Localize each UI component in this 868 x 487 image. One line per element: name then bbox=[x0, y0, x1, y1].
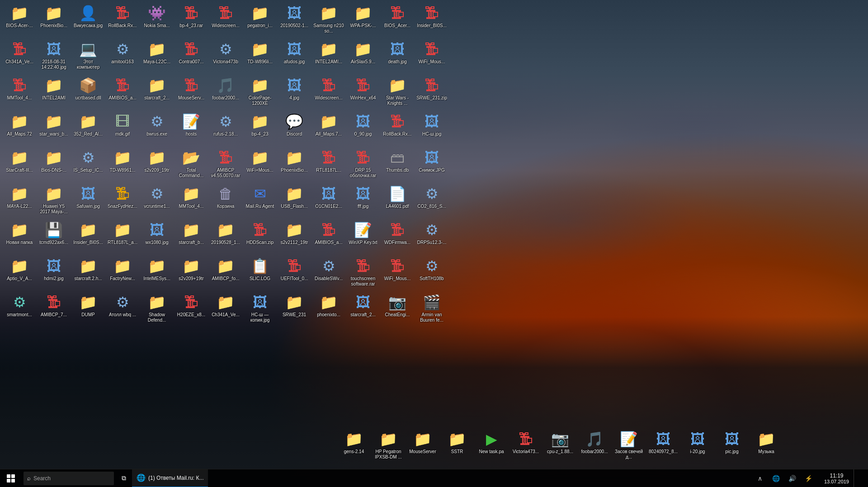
desktop-icon-amibios_a2[interactable]: 🗜AMIBIOS_a... bbox=[311, 219, 346, 255]
desktop-icon-atoll_wbq[interactable]: ⚙Атолл wbq ... bbox=[105, 291, 140, 328]
desktop-icon-all_maps_7[interactable]: 📁All_Maps.7... bbox=[311, 111, 346, 147]
taskbar-search[interactable]: ⌕ Search bbox=[24, 472, 114, 485]
desktop-icon-bwrus_exe[interactable]: ⚙bwrus.exe bbox=[140, 111, 174, 147]
desktop-icon-afudos[interactable]: 🖼afudos.jpg bbox=[277, 38, 311, 75]
desktop-icon-mdk_gif[interactable]: 🎞mdk.gif bbox=[105, 111, 140, 147]
desktop-icon-i20_jpg[interactable]: 🖼i-20.jpg bbox=[680, 428, 715, 464]
desktop-icon-mouseserv[interactable]: 🗜MouseServ... bbox=[174, 75, 208, 111]
desktop-icon-intel2ami[interactable]: 📁INTEL2AMI bbox=[37, 75, 71, 111]
desktop-icon-20190528_1[interactable]: 📁20190528_1... bbox=[208, 219, 243, 255]
desktop-icon-widescreen[interactable]: 🗜Widescreen... bbox=[208, 2, 243, 38]
desktop-icon-tcmd922[interactable]: 💾tcmd922ax6... bbox=[37, 219, 71, 255]
desktop-icon-wifi_mous2[interactable]: 🗜WiFi_Mous... bbox=[380, 255, 415, 291]
desktop-icon-thumbs_db[interactable]: 🗃Thumbs.db bbox=[380, 147, 415, 183]
desktop-icon-uefitool_0[interactable]: 🗜UEFITool_0... bbox=[277, 255, 311, 291]
desktop-icon-insider_bios2[interactable]: 🗜Insider_BI0S... bbox=[415, 2, 449, 38]
taskbar-clock[interactable]: 11:19 13.07.2019 bbox=[820, 469, 854, 487]
desktop-icon-pic_jpg[interactable]: 🖼pic.jpg bbox=[715, 428, 749, 464]
desktop-icon-korzina[interactable]: 🗑Корзина bbox=[208, 183, 243, 219]
desktop-icon-new_task_pa[interactable]: ▶New task.pa bbox=[474, 428, 509, 464]
desktop-icon-amibios_a[interactable]: 🗜AMIBIOS_a... bbox=[105, 75, 140, 111]
desktop-icon-fff_jpg[interactable]: 🖼fff.jpg bbox=[346, 183, 380, 219]
desktop-icon-ch341a_ve2[interactable]: 📁Ch341A_Ve... bbox=[208, 291, 243, 328]
desktop-icon-wifi_mous3[interactable]: 🗜WiFi_Mous... bbox=[415, 38, 449, 75]
desktop-icon-mmtool_4[interactable]: 🗜MMTool_4... bbox=[2, 75, 37, 111]
desktop-icon-gens_2_14[interactable]: 📁gens-2.14 bbox=[337, 428, 371, 464]
desktop-icon-wx1080[interactable]: 🖼wx1080.jpg bbox=[140, 219, 174, 255]
desktop-icon-bp4_23[interactable]: 📁bp-4_23 bbox=[243, 111, 277, 147]
desktop-icon-hddscan[interactable]: 🗜HDDScan.zip bbox=[243, 219, 277, 255]
desktop-icon-zasov_svechei[interactable]: 📝Засов свечей д... bbox=[612, 428, 646, 464]
desktop-icon-srwe_231_zip[interactable]: 🗜SRWE_231.zip bbox=[415, 75, 449, 111]
desktop-icon-dump[interactable]: 📁DUMP bbox=[71, 291, 105, 328]
desktop-icon-vikyesaka[interactable]: 👤Викуесака.jpg bbox=[71, 2, 105, 38]
desktop-icon-airslax59[interactable]: 📁AirSlax5.9... bbox=[346, 38, 380, 75]
desktop-icon-sstr[interactable]: 📁SSTR bbox=[440, 428, 474, 464]
desktop-icon-victona473b[interactable]: ⚙Victona473b bbox=[208, 38, 243, 75]
desktop-icon-mail_ru[interactable]: ✉Mail.Ru Agent bbox=[243, 183, 277, 219]
desktop-icon-snazfyd[interactable]: 🗜5nazFydHez... bbox=[105, 183, 140, 219]
desktop-icon-0_90_jpg[interactable]: 🖼0_90.jpg bbox=[346, 111, 380, 147]
desktop-icon-rollback_rx2[interactable]: 🗜RollBack.Rx... bbox=[380, 111, 415, 147]
desktop-icon-s2v209_19tr[interactable]: 📁s2v209_19tr bbox=[140, 147, 174, 183]
desktop-icon-starcraft_b[interactable]: 📁starcraft_b... bbox=[174, 219, 208, 255]
desktop-icon-352_red_al[interactable]: 📁352_Red_Al... bbox=[71, 111, 105, 147]
desktop-icon-wpa_psk[interactable]: 📁WPA-PSK-... bbox=[346, 2, 380, 38]
desktop-icon-phoenix_bio2[interactable]: 📁PhoenixBio... bbox=[277, 147, 311, 183]
desktop-icon-maya_l22[interactable]: 📁MAYA-L22... bbox=[2, 183, 37, 219]
desktop-icon-star_wars_knights[interactable]: 📁Star Wars - Knights ... bbox=[380, 75, 415, 111]
desktop-icon-smartmont[interactable]: ⚙smartmont... bbox=[2, 291, 37, 328]
desktop-icon-softth108b[interactable]: ⚙SoftTH108b bbox=[415, 255, 449, 291]
desktop-icon-cpu_z_188[interactable]: 📷cpu-z_1.88... bbox=[543, 428, 577, 464]
desktop-icon-h20eze_x8[interactable]: 🗜H20EZE_x8... bbox=[174, 291, 208, 328]
task-view-button[interactable]: ⧉ bbox=[116, 469, 132, 487]
desktop-icon-aptio_v_a[interactable]: 📁Aptio_V_A... bbox=[2, 255, 37, 291]
desktop-icon-total_command[interactable]: 📂Total Command... bbox=[174, 147, 208, 183]
desktop-icon-colorpage_1200xe[interactable]: 📁ColorPage-1200XE bbox=[243, 75, 277, 111]
tray-battery[interactable]: ⚡ bbox=[802, 469, 816, 487]
desktop-icon-samsung_n210[interactable]: 📁Samsung n210 so... bbox=[311, 2, 346, 38]
desktop-icon-starcraft_ill[interactable]: 📁StarCraft-Ill... bbox=[2, 147, 37, 183]
desktop-icon-rtl8187l2[interactable]: 🗜RTL8187L... bbox=[311, 147, 346, 183]
desktop-icon-widescreen2[interactable]: 🗜Widescreen... bbox=[311, 75, 346, 111]
desktop-icon-amitool163[interactable]: ⚙amitool163 bbox=[105, 38, 140, 75]
desktop-icon-amibcp_v455[interactable]: 🗜AMIBCP v4.55.0070.rar bbox=[208, 147, 243, 183]
desktop-icon-mouseserver[interactable]: 📁MouseServer bbox=[406, 428, 440, 464]
desktop-icon-safuwin[interactable]: 🖼Safuwin.jpg bbox=[71, 183, 105, 219]
active-app-mailru[interactable]: 🌐 (1) Ответы Mail.ru: К... bbox=[132, 469, 208, 487]
desktop-icon-drpsu123[interactable]: ⚙DRPSu12.3-... bbox=[415, 219, 449, 255]
tray-network[interactable]: 🌐 bbox=[769, 469, 783, 487]
show-desktop-button[interactable] bbox=[854, 469, 868, 487]
desktop-icon-star_wars_b[interactable]: 📁star_wars_b... bbox=[37, 111, 71, 147]
desktop-icon-ucrtbased[interactable]: 📦ucrtbased.dll bbox=[71, 75, 105, 111]
desktop-icon-hosts[interactable]: 📝hosts bbox=[174, 111, 208, 147]
desktop-icon-contra007[interactable]: 🗜Contra007... bbox=[174, 38, 208, 75]
desktop-icon-bp4_23_rar[interactable]: 🗜bp-4_23.rar bbox=[174, 2, 208, 38]
desktop-icon-la4601_pdf[interactable]: 📄LA4601.pdf bbox=[380, 183, 415, 219]
desktop-icon-muzyka[interactable]: 📁Музыка bbox=[749, 428, 783, 464]
desktop-icon-starcraft_2_[interactable]: 🖼starcraft_2... bbox=[346, 291, 380, 328]
desktop-icon-amibcp_fo[interactable]: 📁AMIBCP_fo... bbox=[208, 255, 243, 291]
desktop-icon-rufus_218[interactable]: ⚙rufus-2.18... bbox=[208, 111, 243, 147]
desktop-icon-o1cn01e2[interactable]: 🖼O1CN01E2... bbox=[311, 183, 346, 219]
desktop-icon-photo_2018[interactable]: 🖼2018-08-31 14:22:40.jpg bbox=[37, 38, 71, 75]
desktop-icon-phoenix_bio[interactable]: 📁PhoenixBio... bbox=[37, 2, 71, 38]
desktop-icon-amibcp_7[interactable]: 🗜AMIBCP_7... bbox=[37, 291, 71, 328]
desktop-icon-hp_pegatron[interactable]: 📁HP Pegatron IPXSB-DM ... bbox=[371, 428, 406, 464]
start-button[interactable] bbox=[0, 469, 22, 487]
desktop-icon-bios_dns[interactable]: 📁Bios-DNS-... bbox=[37, 147, 71, 183]
desktop-icon-factory_new[interactable]: 📁FactryNew... bbox=[105, 255, 140, 291]
desktop-icon-novaya_papka[interactable]: 📁Новая папка bbox=[2, 219, 37, 255]
desktop-icon-shadow_def[interactable]: 📁Shadow Defend... bbox=[140, 291, 174, 328]
desktop-icon-hc_sh[interactable]: 🖼HC-ш.jpg bbox=[415, 111, 449, 147]
desktop-icon-drp15[interactable]: 🗜DRP 15 оболочка.rar bbox=[346, 147, 380, 183]
desktop-icon-4_jpg[interactable]: 🖼4.jpg bbox=[277, 75, 311, 111]
desktop-icon-intel2ami2[interactable]: 📁INTEL2AMI... bbox=[311, 38, 346, 75]
desktop-icon-srwe_231[interactable]: 📁SRWE_231 bbox=[277, 291, 311, 328]
desktop-icon-80240972_8[interactable]: 🖼80240972_8... bbox=[646, 428, 680, 464]
desktop-icon-wifi_mous[interactable]: 📁WiFi+Mous... bbox=[243, 147, 277, 183]
desktop-icon-s2v2112_19tr[interactable]: 📁s2v2112_19tr bbox=[277, 219, 311, 255]
desktop-icon-rollback_rx[interactable]: 🗜RollBack.Rx... bbox=[105, 2, 140, 38]
desktop-icon-discord[interactable]: 💬Discord bbox=[277, 111, 311, 147]
desktop-icon-intelme_sys[interactable]: 📁IntelMESys... bbox=[140, 255, 174, 291]
